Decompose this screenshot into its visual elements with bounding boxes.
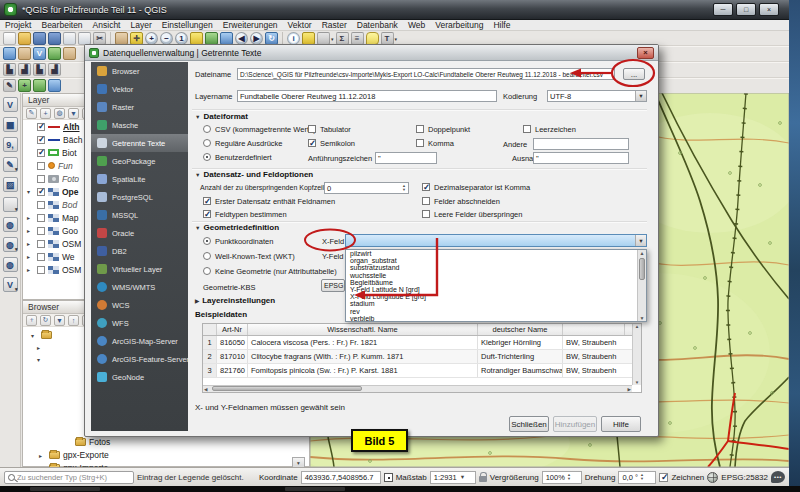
add-postgis-icon[interactable]: ▨ xyxy=(3,177,18,192)
expander-icon[interactable]: ▾ xyxy=(37,356,44,363)
sidebar-item-vektor[interactable]: Vektor xyxy=(91,80,188,98)
sidebar-item-geonode[interactable]: GeoNode xyxy=(91,368,188,386)
checkbox-doppelpunkt[interactable] xyxy=(416,125,424,133)
spinner-arrows-icon[interactable]: ▲▼ xyxy=(402,184,406,192)
snapping-icon[interactable] xyxy=(48,79,61,92)
filter-legend-icon[interactable]: ▼ xyxy=(68,108,79,119)
add-wms-icon[interactable]: ◍ xyxy=(3,217,18,232)
checkbox-leerzeichen[interactable] xyxy=(523,125,531,133)
sidebar-item-getrennte-texte[interactable]: Getrennte Texte xyxy=(91,134,188,152)
layer-checkbox[interactable] xyxy=(37,240,45,248)
collapse-all-icon[interactable]: ↑ xyxy=(68,315,79,326)
sidebar-item-wfs[interactable]: WFS xyxy=(91,314,188,332)
maximize-button[interactable]: □ xyxy=(736,3,756,16)
dialog-close-button[interactable]: × xyxy=(637,47,654,59)
layer-checkbox[interactable] xyxy=(37,188,45,196)
minimize-button[interactable]: ─ xyxy=(713,3,733,16)
sidebar-item-db2[interactable]: DB2 xyxy=(91,242,188,260)
dropdown-option[interactable]: Y-Feld Latitude N [grd] xyxy=(346,286,646,293)
add-group-icon[interactable]: + xyxy=(40,108,51,119)
add-wcs-icon[interactable]: ◍▾ xyxy=(3,237,18,252)
new-shapefile-layer-icon[interactable] xyxy=(18,47,31,60)
browser-item-gpx-exporte[interactable]: ▸gpx-Exporte xyxy=(39,450,109,460)
sidebar-item-arcgis-map-server[interactable]: ArcGIS-Map-Server xyxy=(91,332,188,350)
expander-icon[interactable]: ▾ xyxy=(31,332,38,339)
table-vertical-scrollbar[interactable]: ▲▼ xyxy=(632,324,641,385)
georeferencer-icon[interactable]: ▟ xyxy=(48,63,61,76)
section-geometrie[interactable]: ▼Geometriedefinition xyxy=(195,223,279,232)
layername-field[interactable]: Fundtabelle Oberer Reutweg 11.12.2018 xyxy=(237,90,497,102)
checkbox-erster-datensatz[interactable] xyxy=(203,197,211,205)
add-mssql-icon[interactable]: ▾ xyxy=(3,197,18,212)
sidebar-item-arcgis-feature-server[interactable]: ArcGIS-Feature-Server xyxy=(91,350,188,368)
manage-map-themes-icon[interactable]: ◍ xyxy=(54,108,65,119)
radio-wkt[interactable] xyxy=(203,252,211,260)
save-as-icon[interactable] xyxy=(48,32,61,45)
dropdown-option[interactable]: substratzustand xyxy=(346,264,646,271)
expander-icon[interactable]: ▸ xyxy=(27,214,34,221)
layer-checkbox[interactable] xyxy=(37,123,45,131)
layer-checkbox[interactable] xyxy=(37,266,45,274)
vertex-tool-icon[interactable] xyxy=(33,79,46,92)
sidebar-item-wms-wmts[interactable]: WMS/WMTS xyxy=(91,278,188,296)
sidebar-item-postgresql[interactable]: PostgreSQL xyxy=(91,188,188,206)
scale-combobox[interactable]: 1:2931▼ xyxy=(430,471,476,484)
sidebar-item-masche[interactable]: Masche xyxy=(91,116,188,134)
data-source-manager-icon[interactable] xyxy=(63,47,76,60)
schliessen-button[interactable]: Schließen xyxy=(509,416,549,432)
checkbox-komma[interactable] xyxy=(416,139,424,147)
extent-toggle-icon[interactable] xyxy=(384,473,393,482)
hinzufuegen-button[interactable]: Hinzufügen xyxy=(553,416,597,432)
menu-web[interactable]: Web xyxy=(403,20,430,30)
layer-checkbox[interactable] xyxy=(37,136,45,144)
dropdown-option[interactable]: organ_substrat xyxy=(346,257,646,264)
add-vector-icon[interactable]: V xyxy=(3,97,18,112)
section-dateiformat[interactable]: ▼Dateiformat xyxy=(195,112,248,121)
add-raster-layer-icon[interactable] xyxy=(48,47,61,60)
menu-erweiterungen[interactable]: Erweiterungen xyxy=(218,20,283,30)
section-datensatz[interactable]: ▼Datensatz- und Feldoptionen xyxy=(195,170,313,179)
open-layer-styling-icon[interactable]: ✎ xyxy=(26,108,37,119)
checkbox-semikolon[interactable] xyxy=(308,139,316,147)
add-virtual-layer-icon[interactable]: V▾ xyxy=(3,277,18,292)
dropdown-option[interactable]: verbleib xyxy=(346,315,646,322)
menu-datenbank[interactable]: Datenbank xyxy=(352,20,403,30)
menu-vektor[interactable]: Vektor xyxy=(283,20,317,30)
layer-checkbox[interactable] xyxy=(37,149,45,157)
radio-csv[interactable] xyxy=(203,125,211,133)
dropdown-option[interactable]: pilzwirt xyxy=(346,250,646,257)
section-layereinstellungen[interactable]: ▶Layereinstellungen xyxy=(195,296,275,305)
checkbox-dezimalseparator[interactable] xyxy=(422,183,430,191)
checkbox-felder-abschneiden[interactable] xyxy=(422,197,430,205)
menu-ansicht[interactable]: Ansicht xyxy=(88,20,126,30)
expander-icon[interactable]: ▸ xyxy=(27,266,34,273)
sidebar-item-raster[interactable]: Raster xyxy=(91,98,188,116)
layer-checkbox[interactable] xyxy=(37,227,45,235)
checkbox-feldtypen[interactable] xyxy=(203,210,211,218)
menu-verarbeitung[interactable]: Verarbeitung xyxy=(430,20,488,30)
add-vector-layer-icon[interactable]: V xyxy=(33,47,46,60)
skip-lines-spinner[interactable]: 0▲▼ xyxy=(324,182,409,194)
close-button[interactable]: × xyxy=(759,3,779,16)
copy-icon[interactable] xyxy=(63,32,76,45)
scrollbar-thumb[interactable] xyxy=(212,386,362,391)
col-art-nr[interactable]: Art-Nr xyxy=(217,324,248,335)
render-checkbox[interactable] xyxy=(659,473,668,482)
chart-tool-icon[interactable]: ▟ xyxy=(18,63,31,76)
dropdown-option-x-feld-longitude[interactable]: X-Feld Longitude E [grd] xyxy=(346,293,646,300)
search-input[interactable] xyxy=(17,473,130,482)
crs-globe-icon[interactable] xyxy=(707,472,718,483)
expander-icon[interactable]: ▾ xyxy=(27,188,34,195)
layer-checkbox[interactable] xyxy=(37,175,45,183)
radio-punktkoordinaten[interactable] xyxy=(203,237,211,245)
sidebar-item-spatialite[interactable]: SpatiaLite xyxy=(91,170,188,188)
raster-calc-icon[interactable]: ▙ xyxy=(33,63,46,76)
locator-search[interactable] xyxy=(4,471,134,484)
filename-field[interactable]: D:\Science\_QGIS für Pilzfreunde\csv-Imp… xyxy=(237,68,615,80)
sidebar-item-oracle[interactable]: Oracle xyxy=(91,224,188,242)
menu-projekt[interactable]: Projekt xyxy=(0,20,36,30)
edit-toggle-icon[interactable]: ✎ xyxy=(3,79,16,92)
layer-checkbox[interactable] xyxy=(37,162,45,170)
browser-item-fotos[interactable]: Fotos xyxy=(75,437,110,447)
add-raster-icon[interactable]: ▦ xyxy=(3,117,18,132)
